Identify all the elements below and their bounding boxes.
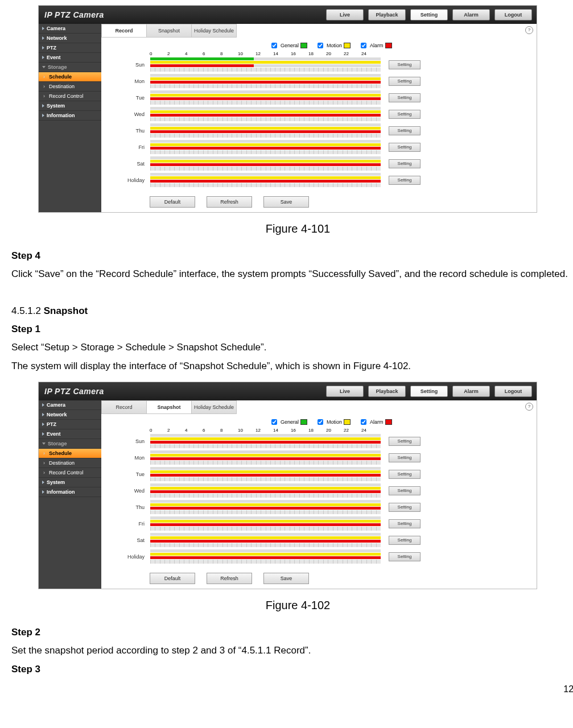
top-tab-setting[interactable]: Setting: [410, 386, 448, 397]
hour-axis: 024681012141618202224: [150, 51, 537, 56]
row-setting-button[interactable]: Setting: [389, 536, 421, 545]
legend-motion[interactable]: Motion: [315, 417, 351, 427]
segment: [150, 180, 381, 183]
legend-checkbox-motion[interactable]: [318, 419, 323, 425]
schedule-bar[interactable]: [150, 500, 381, 514]
legend-motion[interactable]: Motion: [315, 41, 351, 50]
legend-checkbox-alarm[interactable]: [361, 419, 366, 425]
schedule-bar[interactable]: [150, 57, 381, 72]
sidebar-item-record-control[interactable]: Record Control: [39, 468, 101, 478]
sidebar-item-system[interactable]: System: [39, 478, 101, 487]
subtab-holiday-schedule[interactable]: Holiday Schedule: [191, 400, 237, 414]
row-setting-button[interactable]: Setting: [389, 519, 421, 528]
main-panel: ?RecordSnapshotHoliday ScheduleGeneralMo…: [101, 400, 537, 589]
schedule-bar[interactable]: [150, 483, 381, 498]
legend-general[interactable]: General: [269, 41, 307, 50]
row-setting-button[interactable]: Setting: [389, 470, 421, 479]
schedule-bar[interactable]: [150, 156, 381, 171]
subtab-snapshot[interactable]: Snapshot: [146, 400, 192, 414]
row-setting-button[interactable]: Setting: [389, 60, 421, 69]
legend-checkbox-alarm[interactable]: [361, 43, 366, 48]
row-setting-button[interactable]: Setting: [389, 453, 421, 462]
top-tab-alarm[interactable]: Alarm: [452, 9, 490, 20]
subtab-snapshot[interactable]: Snapshot: [146, 24, 192, 38]
top-tab-logout[interactable]: Logout: [494, 386, 532, 397]
top-tab-live[interactable]: Live: [326, 386, 364, 397]
row-setting-button[interactable]: Setting: [389, 77, 421, 86]
row-setting-button[interactable]: Setting: [389, 110, 421, 119]
schedule-bar[interactable]: [150, 450, 381, 465]
save-button[interactable]: Save: [263, 573, 309, 584]
row-setting-button[interactable]: Setting: [389, 93, 421, 102]
refresh-button[interactable]: Refresh: [207, 573, 252, 584]
schedule-bar[interactable]: [150, 533, 381, 547]
sidebar-item-ptz[interactable]: PTZ: [39, 420, 101, 429]
legend-swatch-motion: [344, 43, 351, 48]
sidebar-item-storage[interactable]: Storage: [39, 439, 101, 449]
row-setting-button[interactable]: Setting: [389, 552, 421, 561]
sidebar-item-destination[interactable]: Destination: [39, 82, 101, 92]
top-tab-playback[interactable]: Playback: [368, 9, 406, 20]
sidebar-item-storage[interactable]: Storage: [39, 63, 101, 72]
row-label: Sun: [101, 62, 150, 68]
refresh-button[interactable]: Refresh: [207, 196, 252, 208]
schedule-bar[interactable]: [150, 140, 381, 154]
sidebar-item-information[interactable]: Information: [39, 487, 101, 497]
axis-tick: 16: [291, 428, 308, 433]
sidebar-item-network[interactable]: Network: [39, 34, 101, 43]
sidebar-item-label: Event: [47, 55, 61, 60]
sidebar-item-destination[interactable]: Destination: [39, 458, 101, 468]
subtab-record[interactable]: Record: [101, 24, 147, 38]
row-setting-button[interactable]: Setting: [389, 159, 421, 168]
help-icon[interactable]: ?: [525, 26, 533, 34]
legend-general[interactable]: General: [269, 417, 307, 427]
schedule-bar[interactable]: [150, 90, 381, 105]
sidebar-item-camera[interactable]: Camera: [39, 400, 101, 410]
sidebar-item-system[interactable]: System: [39, 101, 101, 111]
help-icon[interactable]: ?: [525, 403, 533, 411]
sidebar-item-network[interactable]: Network: [39, 410, 101, 420]
legend-checkbox-general[interactable]: [271, 43, 277, 48]
sidebar-item-event[interactable]: Event: [39, 53, 101, 63]
schedule-bar[interactable]: [150, 123, 381, 138]
segment: [150, 520, 381, 523]
subtab-holiday-schedule[interactable]: Holiday Schedule: [191, 24, 237, 38]
default-button[interactable]: Default: [150, 196, 195, 208]
legend-checkbox-motion[interactable]: [318, 43, 323, 48]
default-button[interactable]: Default: [150, 573, 195, 584]
row-setting-button[interactable]: Setting: [389, 176, 421, 185]
sidebar-item-ptz[interactable]: PTZ: [39, 43, 101, 53]
sidebar-item-schedule[interactable]: Schedule: [39, 72, 101, 82]
schedule-bar[interactable]: [150, 173, 381, 187]
row-setting-button[interactable]: Setting: [389, 126, 421, 135]
sidebar-item-schedule[interactable]: Schedule: [39, 449, 101, 458]
step4-heading: Step 4: [11, 250, 40, 261]
segment: [150, 110, 381, 113]
schedule-bar[interactable]: [150, 74, 381, 88]
subtab-record[interactable]: Record: [101, 400, 147, 414]
top-tab-live[interactable]: Live: [326, 9, 364, 20]
schedule-row-sat: SatSetting: [101, 533, 537, 547]
schedule-bar[interactable]: [150, 434, 381, 448]
bar-line-top: [150, 140, 381, 143]
schedule-bar[interactable]: [150, 516, 381, 531]
row-setting-button[interactable]: Setting: [389, 437, 421, 446]
top-tab-setting[interactable]: Setting: [410, 9, 448, 20]
legend-checkbox-general[interactable]: [271, 419, 277, 425]
schedule-bar[interactable]: [150, 549, 381, 564]
row-setting-button[interactable]: Setting: [389, 143, 421, 152]
legend-alarm[interactable]: Alarm: [358, 41, 392, 50]
sidebar-item-record-control[interactable]: Record Control: [39, 92, 101, 101]
top-tab-alarm[interactable]: Alarm: [452, 386, 490, 397]
schedule-bar[interactable]: [150, 467, 381, 481]
top-tab-logout[interactable]: Logout: [494, 9, 532, 20]
legend-alarm[interactable]: Alarm: [358, 417, 392, 427]
row-setting-button[interactable]: Setting: [389, 486, 421, 495]
top-tab-playback[interactable]: Playback: [368, 386, 406, 397]
sidebar-item-camera[interactable]: Camera: [39, 24, 101, 34]
save-button[interactable]: Save: [263, 196, 309, 208]
sidebar-item-event[interactable]: Event: [39, 429, 101, 439]
schedule-bar[interactable]: [150, 107, 381, 121]
row-setting-button[interactable]: Setting: [389, 503, 421, 512]
sidebar-item-information[interactable]: Information: [39, 111, 101, 121]
